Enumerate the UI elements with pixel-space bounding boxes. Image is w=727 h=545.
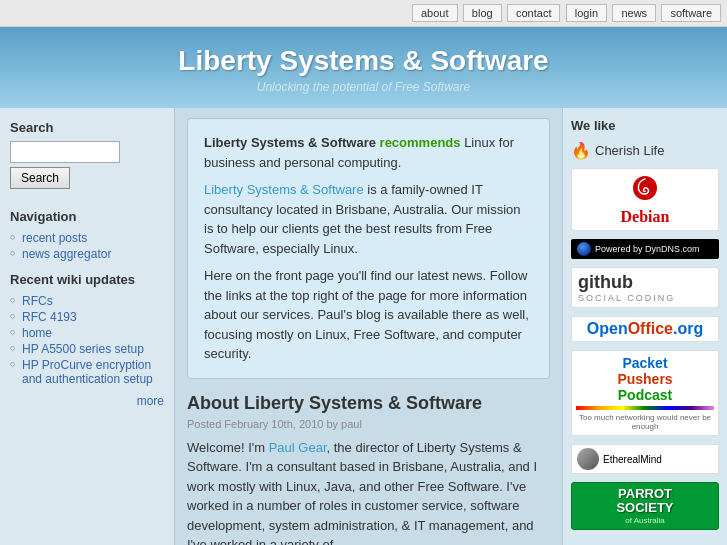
packet-pushers-link[interactable]: Packet Pushers Podcast Too much networki… (571, 350, 719, 436)
we-like-title: We like (571, 118, 719, 133)
main-content: Liberty Systems & Software recommends Li… (175, 108, 562, 545)
etherealmind-avatar-icon (577, 448, 599, 470)
parrot-society-item: PARROTSOCIETY of Australia (571, 482, 719, 530)
openoffice-item: OpenOffice.org (571, 316, 719, 342)
pp-packet: Packet (576, 355, 714, 371)
paul-gear-link[interactable]: Paul Gear (269, 440, 327, 455)
dyndns-link[interactable]: Powered by DynDNS.com (571, 239, 719, 259)
featured-company: Liberty Systems & Software (204, 135, 376, 150)
cherish-life-item: 🔥 Cherish Life (571, 141, 719, 160)
nav-software[interactable]: software (661, 4, 721, 22)
main-layout: Search Search Navigation recent posts ne… (0, 108, 727, 545)
etherealmind-link[interactable]: EtherealMind (571, 444, 719, 474)
wiki-item-hp-procurve[interactable]: HP ProCurve encryption and authenticatio… (10, 357, 164, 387)
article: About Liberty Systems & Software Posted … (187, 393, 550, 546)
dyndns-globe-icon (577, 242, 591, 256)
wiki-item-hp-a5500[interactable]: HP A5500 series setup (10, 341, 164, 357)
nav-contact[interactable]: contact (507, 4, 560, 22)
pp-podcast: Podcast (576, 387, 714, 403)
debian-text: Debian (578, 208, 712, 226)
more-link[interactable]: more (137, 394, 164, 408)
sidebar-item-news-aggregator[interactable]: news aggregator (10, 246, 164, 262)
etherealmind-item: EtherealMind (571, 444, 719, 474)
pp-pushers: Pushers (576, 371, 714, 387)
nav-about[interactable]: about (412, 4, 458, 22)
search-label: Search (10, 120, 164, 135)
search-input[interactable] (10, 141, 120, 163)
cherish-life-link[interactable]: 🔥 Cherish Life (571, 141, 719, 160)
featured-box: Liberty Systems & Software recommends Li… (187, 118, 550, 379)
sidebar-more: more (10, 393, 164, 408)
featured-company-link[interactable]: Liberty Systems & Software (204, 182, 364, 197)
dyndns-item: Powered by DynDNS.com (571, 239, 719, 259)
article-date: Posted February 10th, 2010 by paul (187, 418, 362, 430)
nav-blog[interactable]: blog (463, 4, 502, 22)
site-subtitle: Unlocking the potential of Free Software (20, 80, 707, 94)
github-text: github (578, 272, 712, 293)
article-welcome: Welcome! I'm (187, 440, 269, 455)
openoffice-link[interactable]: OpenOffice.org (571, 316, 719, 342)
debian-item: Debian (571, 168, 719, 231)
article-body-rest: , the director of Liberty Systems & Soft… (187, 440, 537, 546)
sidebar-left: Search Search Navigation recent posts ne… (0, 108, 175, 545)
featured-intro: Liberty Systems & Software recommends Li… (204, 133, 533, 172)
etherealmind-text: EtherealMind (603, 454, 662, 465)
nav-login[interactable]: login (566, 4, 607, 22)
dyndns-text: Powered by DynDNS.com (595, 244, 700, 254)
site-title: Liberty Systems & Software (20, 45, 707, 77)
pp-sub-text: Too much networking would never be enoug… (576, 413, 714, 431)
featured-para2: Here on the front page you'll find our l… (204, 266, 533, 364)
featured-recommends-link[interactable]: recommends (380, 135, 461, 150)
site-header: Liberty Systems & Software Unlocking the… (0, 27, 727, 108)
article-title: About Liberty Systems & Software (187, 393, 550, 414)
nav-news[interactable]: news (612, 4, 656, 22)
flame-icon: 🔥 (571, 141, 591, 160)
article-meta: Posted February 10th, 2010 by paul (187, 418, 550, 430)
cherish-life-label: Cherish Life (595, 143, 664, 158)
navigation-label: Navigation (10, 209, 164, 224)
sidebar-item-recent-posts[interactable]: recent posts (10, 230, 164, 246)
debian-link[interactable]: Debian (571, 168, 719, 231)
parrot-society-link[interactable]: PARROTSOCIETY of Australia (571, 482, 719, 530)
packet-pushers-item: Packet Pushers Podcast Too much networki… (571, 350, 719, 436)
pp-rainbow-bar (576, 406, 714, 410)
wiki-item-rfcs[interactable]: RFCs (10, 293, 164, 309)
wiki-item-home[interactable]: home (10, 325, 164, 341)
wiki-label: Recent wiki updates (10, 272, 164, 287)
openoffice-text: OpenOffice.org (587, 320, 703, 337)
parrot-title: PARROTSOCIETY (576, 487, 714, 516)
wiki-item-rfc4193[interactable]: RFC 4193 (10, 309, 164, 325)
github-item: github SOCIAL CODING (571, 267, 719, 308)
article-body: Welcome! I'm Paul Gear, the director of … (187, 438, 550, 546)
top-navigation: about blog contact login news software (0, 0, 727, 27)
article-para1: Welcome! I'm Paul Gear, the director of … (187, 438, 550, 546)
search-button[interactable]: Search (10, 167, 70, 189)
github-link[interactable]: github SOCIAL CODING (571, 267, 719, 308)
featured-para1: Liberty Systems & Software is a family-o… (204, 180, 533, 258)
debian-swirl-icon (630, 173, 660, 203)
github-sub: SOCIAL CODING (578, 293, 712, 303)
sidebar-right: We like 🔥 Cherish Life Debian Powered by (562, 108, 727, 545)
parrot-sub: of Australia (576, 516, 714, 525)
